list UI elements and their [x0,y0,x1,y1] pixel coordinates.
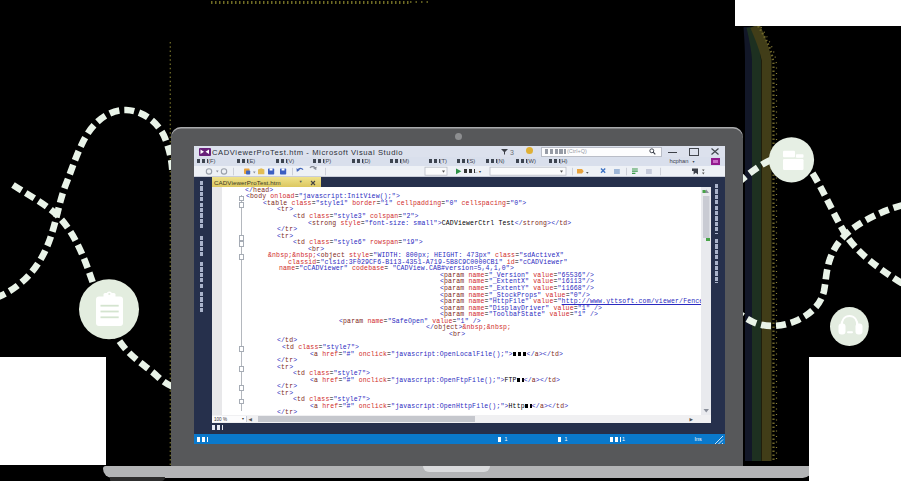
svg-text:3: 3 [510,149,514,156]
